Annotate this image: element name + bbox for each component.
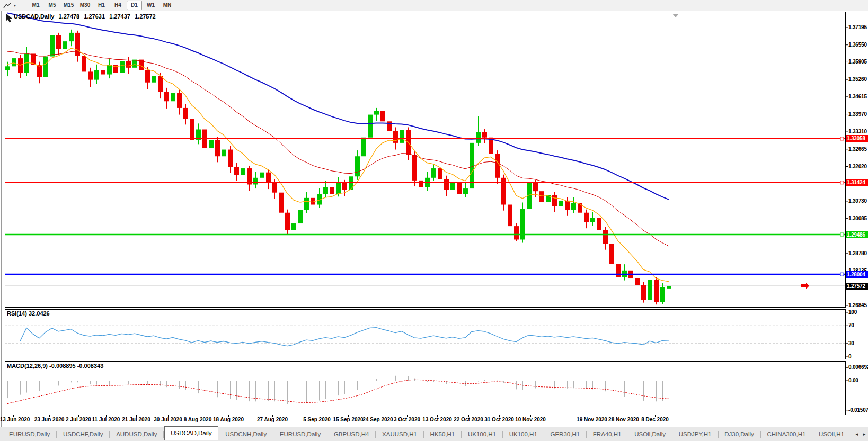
ohlc-high: 1.27631 xyxy=(84,13,105,20)
tab-ger30-h1[interactable]: GER30,H1 xyxy=(545,428,586,440)
price-level-badge: 1.28004 xyxy=(846,271,868,278)
tab-separator xyxy=(718,431,719,438)
current-price-badge: 1.27572 xyxy=(846,283,868,290)
panel-splitter[interactable] xyxy=(0,307,868,309)
tab-separator xyxy=(109,431,110,438)
rsi-tick-label: 70 xyxy=(848,322,854,328)
tab-separator xyxy=(423,431,424,438)
chart-shift-marker[interactable] xyxy=(672,14,679,17)
macd-tick-label: -0.015075 xyxy=(848,407,868,413)
tab-separator xyxy=(544,431,544,438)
price-level-badge: 1.33058 xyxy=(846,135,868,142)
rsi-tick-label: 100 xyxy=(848,309,857,315)
date-axis-label: 27 Aug 2020 xyxy=(257,417,288,422)
tab-usdchf-daily[interactable]: USDCHF,Daily xyxy=(57,428,109,440)
date-axis-label: 8 Dec 2020 xyxy=(641,417,669,422)
price-tick-label: 1.30085 xyxy=(848,215,867,221)
date-axis-label: 21 Jul 2020 xyxy=(122,417,150,422)
date-axis-label: 5 Sep 2020 xyxy=(303,417,331,422)
chart-graphics xyxy=(0,0,868,441)
mouse-cursor-pointer xyxy=(6,13,12,23)
tab-hk50-h1[interactable]: HK50,H1 xyxy=(424,428,461,440)
date-axis-label: 22 Oct 2020 xyxy=(454,417,483,422)
ohlc-low: 1.27437 xyxy=(109,13,130,20)
macd-name: MACD(12,26,9) xyxy=(7,363,48,369)
date-axis-label: 19 Nov 2020 xyxy=(577,417,607,422)
rsi-value: 32.0426 xyxy=(29,310,50,317)
price-tick-label: 1.34615 xyxy=(848,94,867,100)
tab-china300-h1[interactable]: CHINA300,H1 xyxy=(761,428,812,440)
ma-fast xyxy=(7,48,669,282)
ohlc-close: 1.27572 xyxy=(135,13,156,20)
price-tick-label: 1.32665 xyxy=(848,146,867,152)
price-tick-label: 1.33970 xyxy=(848,111,867,117)
macd-tick-label: 0.00 xyxy=(848,377,858,383)
tab-separator xyxy=(502,431,503,438)
ma-slow xyxy=(7,13,669,200)
date-axis-label: 10 Nov 2020 xyxy=(515,417,546,422)
tab-eurusd-daily[interactable]: EURUSD,Daily xyxy=(3,428,56,440)
date-axis-label: 11 Jul 2020 xyxy=(92,417,120,422)
tab-eurusd-daily[interactable]: EURUSD,Daily xyxy=(274,428,326,440)
rsi-tick-label: 30 xyxy=(848,340,854,346)
chart-symbol-period: USDCAD,Daily xyxy=(14,13,54,20)
tab-separator xyxy=(219,431,219,438)
tab-separator xyxy=(586,431,587,438)
date-axis-label: 30 Jul 2020 xyxy=(154,417,182,422)
price-tick-label: 1.28780 xyxy=(848,250,867,256)
tab-dj30-daily[interactable]: DJ30,Daily xyxy=(719,428,760,440)
date-axis-label: 8 Aug 2020 xyxy=(184,417,211,422)
trading-terminal-window: ▾ M1M5M15M30H1H4D1W1MN USDCAD,Daily 1.27… xyxy=(0,0,868,441)
price-line-handle xyxy=(840,181,844,184)
ohlc-open: 1.27478 xyxy=(58,13,79,20)
price-tick-label: 1.35905 xyxy=(848,59,867,65)
price-tick-label: 1.30730 xyxy=(848,198,867,204)
tab-separator xyxy=(327,431,327,438)
price-line-handle xyxy=(840,273,844,276)
chart-canvas[interactable] xyxy=(0,0,868,441)
tab-uk100-h1[interactable]: UK100,H1 xyxy=(503,428,543,440)
chart-tab-bar: EURUSD,DailyUSDCHF,DailyAUDUSD,DailyUSDC… xyxy=(0,427,868,441)
tab-gbpusd-h4[interactable]: GBPUSD,H4 xyxy=(328,428,375,440)
rsi-label: RSI(14) 32.0426 xyxy=(7,310,50,317)
tab-scroll-right-icon[interactable]: ► xyxy=(861,432,868,437)
date-axis-label: 24 Sep 2020 xyxy=(362,417,393,422)
ma-mid xyxy=(7,51,669,246)
price-tick-label: 1.35260 xyxy=(848,76,867,82)
tab-xauusd-h1[interactable]: XAUUSD,H1 xyxy=(376,428,423,440)
date-axis-label: 15 Sep 2020 xyxy=(333,417,363,422)
macd-main-value: -0.008895 xyxy=(49,363,76,369)
date-axis-label: 13 Jun 2020 xyxy=(0,417,30,422)
candlesticks xyxy=(5,29,671,304)
panel-splitter[interactable] xyxy=(0,358,868,361)
tab-usdcnh-daily[interactable]: USDCNH,Daily xyxy=(219,428,272,440)
tab-usdcad-daily[interactable]: USDCAD,Daily xyxy=(164,426,218,440)
tab-separator xyxy=(163,431,164,438)
tab-separator xyxy=(273,431,273,438)
price-tick-label: 1.36550 xyxy=(848,42,867,48)
macd-histogram xyxy=(8,375,669,405)
date-axis-label: 18 Aug 2020 xyxy=(213,417,244,422)
tab-audusd-daily[interactable]: AUDUSD,Daily xyxy=(110,428,163,440)
date-axis-label: 2 Jul 2020 xyxy=(66,417,91,422)
date-axis-label: 31 Oct 2020 xyxy=(484,417,514,422)
date-axis-label: 13 Oct 2020 xyxy=(422,417,452,422)
tab-separator xyxy=(56,431,57,438)
tab-usoil-daily[interactable]: USOil,Daily xyxy=(628,428,671,440)
date-axis-label: 28 Nov 2020 xyxy=(608,417,639,422)
tab-separator xyxy=(812,431,812,438)
date-axis-label: 3 Oct 2020 xyxy=(394,417,420,422)
tab-fra40-h1[interactable]: FRA40,H1 xyxy=(587,428,627,440)
price-level-badge: 1.31424 xyxy=(846,179,868,186)
tab-scroll-left-icon[interactable]: ◄ xyxy=(853,432,861,437)
current-price-arrow xyxy=(801,283,809,289)
tab-separator xyxy=(628,431,628,438)
tab-separator xyxy=(375,431,376,438)
tab-usdjpy-h1[interactable]: USDJPY,H1 xyxy=(673,428,718,440)
tab-uk100-h1[interactable]: UK100,H1 xyxy=(462,428,502,440)
macd-tick-label: 0.006692 xyxy=(848,364,868,370)
tab-usoil-h1[interactable]: USOil,H1 xyxy=(813,428,850,440)
price-line-handle xyxy=(840,137,844,140)
tab-separator xyxy=(760,431,761,438)
macd-signal-value: -0.008343 xyxy=(77,363,104,369)
